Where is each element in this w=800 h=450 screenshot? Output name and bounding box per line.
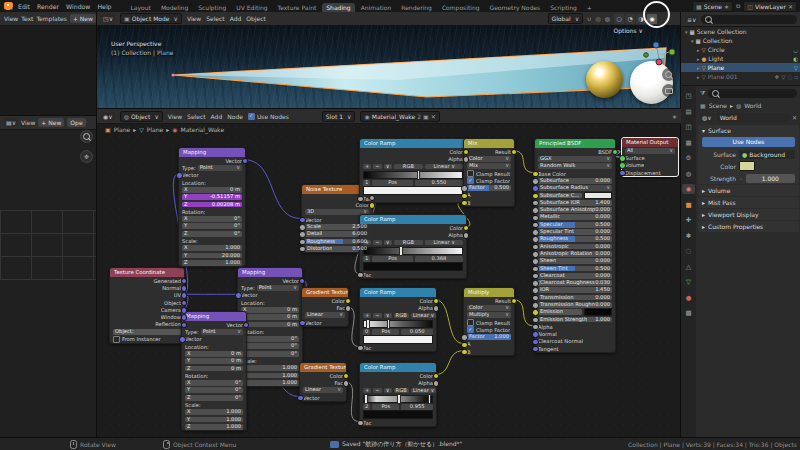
hide-icon[interactable]: ◌: [787, 74, 792, 80]
emission-row[interactable]: Emission: [535, 309, 615, 316]
vec-row[interactable]: X0 m: [238, 306, 302, 313]
tab-tool-icon[interactable]: ◳: [682, 91, 695, 101]
input-socket[interactable]: [532, 236, 539, 243]
menu-view[interactable]: View: [21, 119, 35, 126]
input-socket[interactable]: [461, 342, 468, 349]
from-instancer-row[interactable]: From Instancer: [110, 335, 184, 342]
node-header[interactable]: Color Ramp: [360, 139, 466, 148]
proportional-editing-icon[interactable]: ◎: [596, 15, 601, 22]
controls-row[interactable]: +−∨RGBLinear ∨: [360, 163, 466, 171]
node-header[interactable]: Color Ramp: [360, 288, 436, 297]
orientation-selector[interactable]: Global∨: [548, 13, 584, 24]
output-socket[interactable]: [463, 232, 470, 239]
tab-shading[interactable]: Shading: [322, 3, 354, 12]
input-socket[interactable]: [461, 185, 468, 192]
overlays-icon[interactable]: ◍: [605, 15, 610, 22]
multiply-row[interactable]: Multiply∨: [464, 312, 514, 319]
transmission-row[interactable]: Transmission0.000: [535, 294, 615, 301]
subsurface-row[interactable]: Subsurface0.000: [535, 177, 615, 184]
add-workspace-button[interactable]: +: [583, 3, 596, 12]
use-nodes-button[interactable]: Use Nodes: [702, 137, 795, 147]
world-color-swatch[interactable]: [739, 161, 755, 171]
node-header[interactable]: Principled BSDF: [535, 139, 615, 148]
vec-row[interactable]: Z1.000: [179, 259, 245, 266]
pos-row[interactable]: 0Pos0.050: [360, 328, 436, 335]
output-socket[interactable]: [181, 307, 188, 314]
output-socket[interactable]: [181, 314, 188, 321]
zoom-gizmo-icon[interactable]: [662, 68, 675, 81]
pin-icon[interactable]: ∗: [672, 113, 677, 120]
use-nodes-toggle[interactable]: Use Nodes: [248, 113, 289, 120]
point-row[interactable]: Type:Point∨: [238, 284, 302, 291]
close-icon[interactable]: ✕: [788, 3, 793, 10]
tab-rendering[interactable]: Rendering: [397, 3, 436, 12]
output-socket[interactable]: [343, 380, 350, 387]
menu-window[interactable]: Window: [66, 3, 90, 10]
output-socket[interactable]: [181, 292, 188, 299]
tab-data-icon[interactable]: ▽: [682, 277, 695, 287]
pos-row[interactable]: 2Pos0.955: [360, 403, 436, 410]
input-socket[interactable]: [532, 339, 539, 346]
snap-magnet-icon[interactable]: ∪: [587, 15, 591, 22]
gold-sphere-object[interactable]: [586, 61, 623, 98]
node-grad2[interactable]: Gradient TextureColorFacLinear∨Vector: [299, 362, 347, 402]
input-socket[interactable]: [532, 185, 539, 192]
input-socket[interactable]: [532, 258, 539, 265]
new-scene-icon[interactable]: ⧉: [736, 2, 740, 10]
anisotropic-rotation-row[interactable]: Anisotropic Rotation0.000: [535, 250, 615, 257]
pos-row[interactable]: 1Pos0.368: [360, 255, 466, 262]
clamp-factor-row[interactable]: Clamp Factor: [464, 326, 514, 333]
menu-select[interactable]: Select: [187, 113, 206, 120]
tab-world-icon[interactable]: ◍: [682, 169, 695, 179]
vec-row[interactable]: Y1.000: [182, 416, 246, 423]
outliner-row-plane[interactable]: ▸▽ Plane ▽: [681, 63, 800, 72]
subsurface-c--row[interactable]: Subsurface C...: [535, 192, 615, 199]
vec-row[interactable]: Z0°: [238, 350, 302, 357]
tab-texture-paint[interactable]: Texture Paint: [274, 3, 321, 12]
ggx-row[interactable]: GGX∨: [535, 155, 615, 162]
vec-row[interactable]: Y-0.51157 m: [179, 193, 245, 200]
surface-panel-header[interactable]: ▾Surface: [698, 125, 799, 136]
output-socket[interactable]: [433, 305, 440, 312]
input-socket[interactable]: [532, 171, 539, 178]
tab-constraints-icon[interactable]: △: [682, 262, 695, 272]
menu-object[interactable]: Object: [246, 15, 266, 22]
anisotropic-row[interactable]: Anisotropic0.000: [535, 243, 615, 250]
gradient-row[interactable]: [360, 247, 466, 256]
input-socket[interactable]: [532, 215, 539, 222]
node-mapping1[interactable]: MappingVectorType:Point∨VectorLocation:X…: [178, 147, 246, 267]
swatch-row[interactable]: [360, 410, 436, 419]
random-walk-row[interactable]: Random Walk∨: [535, 163, 615, 170]
input-socket[interactable]: [297, 395, 304, 402]
pin-icon[interactable]: ∗: [724, 3, 729, 10]
input-socket[interactable]: [532, 207, 539, 214]
outliner-row-circle[interactable]: ▸▽ Circle ◡: [681, 45, 800, 54]
zoom-tool-icon[interactable]: [80, 130, 93, 143]
tab-world-active-icon[interactable]: ◉: [682, 184, 695, 194]
tab-layout[interactable]: Layout: [127, 3, 155, 12]
input-socket[interactable]: [532, 287, 539, 294]
vec-row[interactable]: X0 m: [182, 350, 246, 357]
menu-node[interactable]: Node: [227, 113, 243, 120]
ior-row[interactable]: IOR1.450: [535, 287, 615, 294]
editor-type-icon[interactable]: ▤∨: [4, 118, 18, 127]
gradient-row[interactable]: [360, 171, 466, 180]
input-socket[interactable]: [461, 193, 468, 200]
vec-row[interactable]: Z0°: [179, 230, 245, 237]
world-name-field[interactable]: World: [717, 113, 789, 122]
editor-type-icon[interactable]: ◳∨: [101, 14, 115, 23]
outliner-row-scene-collection[interactable]: ▾▦ Scene Collection: [681, 27, 800, 36]
tab-physics-icon[interactable]: ◌: [682, 246, 695, 256]
tab-uv-editing[interactable]: UV Editing: [232, 3, 271, 12]
tab-modifiers-icon[interactable]: ✚: [682, 215, 695, 225]
input-socket[interactable]: [532, 244, 539, 251]
menu-text[interactable]: Text: [21, 15, 33, 22]
input-socket[interactable]: [357, 420, 364, 427]
object--row[interactable]: Object:: [110, 328, 184, 335]
roughness-row[interactable]: Roughness0.600: [302, 238, 372, 245]
disable-render-icon[interactable]: ▫: [794, 74, 798, 80]
tab-object-icon[interactable]: ■: [682, 200, 695, 210]
move-tool-icon[interactable]: ✥: [80, 150, 93, 163]
vec-row[interactable]: X0°: [238, 335, 302, 342]
outliner-row-collection[interactable]: ▾▦ Collection: [681, 36, 800, 45]
